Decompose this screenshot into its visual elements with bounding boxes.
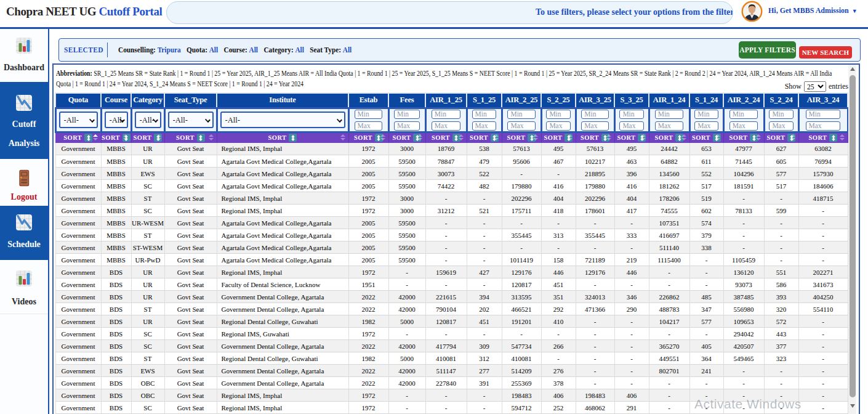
page-length-select[interactable]: 25 — [804, 81, 826, 92]
sort-cell-air_3_25[interactable]: SORT — [576, 132, 614, 143]
max-filter-input-air_2_24[interactable] — [729, 121, 758, 131]
cell-course: BDS — [101, 365, 131, 377]
max-filter-input-air_3_24[interactable] — [806, 121, 841, 131]
sort-cell-air_3_24[interactable]: SORT — [798, 132, 848, 143]
user-avatar[interactable] — [741, 1, 763, 22]
cell-air_3_24: 554110 — [798, 303, 848, 315]
max-filter-input-s_2_25[interactable] — [546, 121, 570, 131]
cell-air_3_24: - — [798, 217, 848, 229]
sort-cell-s_2_24[interactable]: SORT — [764, 132, 798, 143]
cell-air_1_25: 410081 — [425, 352, 467, 365]
selected-filter-category: Category:All — [263, 46, 303, 55]
table-row: GovernmentBDSSTGovt SeatGovernment Denta… — [55, 303, 848, 315]
sort-asc-icon — [641, 134, 646, 137]
sort-cell-s_1_25[interactable]: SORT — [467, 132, 502, 143]
column-filter-select-category[interactable]: -All- — [135, 112, 161, 128]
sidebar-item-logout[interactable]: Logout — [0, 159, 48, 206]
vertical-scrollbar[interactable] — [848, 65, 856, 414]
cell-quota: Government — [55, 389, 101, 402]
sort-cell-air_2_24[interactable]: SORT — [723, 132, 764, 143]
sort-cell-quota[interactable]: SORT — [55, 132, 101, 143]
cell-seat_type: Govt Seat — [164, 217, 217, 229]
top-header: Chopra NEET UG Cutoff Portal To use filt… — [0, 0, 868, 29]
cell-air_1_24: 134560 — [649, 168, 689, 180]
sort-cell-seat_type[interactable]: SORT — [164, 132, 217, 143]
sidebar-item-dashboard[interactable]: Dashboard — [0, 29, 48, 82]
sidebar-item-label-2: Analysis — [9, 139, 40, 148]
cell-category: UR — [131, 291, 164, 303]
min-filter-input-air_2_24[interactable] — [729, 110, 758, 119]
sidebar-item-videos[interactable]: Videos — [0, 260, 48, 314]
min-filter-input-air_3_24[interactable] — [806, 110, 841, 119]
cell-institute: Regional IMS, Imphal — [217, 402, 348, 414]
max-filter-input-air_1_24[interactable] — [655, 121, 684, 131]
min-filter-input-air_1_25[interactable] — [432, 110, 460, 119]
sort-cell-course[interactable]: SORT — [101, 132, 131, 143]
cell-s_2_25: 418 — [541, 205, 576, 217]
max-filter-input-s_1_25[interactable] — [472, 121, 497, 131]
max-filter-input-estab[interactable] — [355, 121, 383, 131]
sort-cell-institute[interactable]: SORT — [217, 132, 348, 143]
scrollbar-thumb[interactable] — [850, 75, 856, 397]
new-search-button[interactable]: NEW SEARCH — [799, 46, 852, 59]
max-filter-input-s_1_24[interactable] — [694, 121, 718, 131]
sort-label: SORT — [655, 134, 673, 142]
sort-desc-icon — [123, 138, 128, 140]
sort-label: SORT — [692, 134, 710, 142]
column-filter-select-institute[interactable]: -All- — [220, 112, 345, 128]
sort-carets — [533, 134, 538, 140]
apply-filters-button[interactable]: APPLY FILTERS — [739, 41, 796, 59]
min-filter-input-s_3_25[interactable] — [619, 110, 643, 119]
sort-cell-estab[interactable]: SORT — [348, 132, 388, 143]
scroll-down-button[interactable] — [848, 402, 856, 410]
max-filter-input-air_1_25[interactable] — [432, 121, 460, 131]
sort-cell-s_3_25[interactable]: SORT — [614, 132, 649, 143]
min-filter-input-s_2_24[interactable] — [769, 110, 793, 119]
min-filter-input-estab[interactable] — [355, 110, 383, 119]
sort-cell-fees[interactable]: SORT — [388, 132, 425, 143]
cell-s_2_25: 276 — [541, 365, 576, 377]
cell-air_2_25: 466521 — [502, 303, 541, 315]
user-menu[interactable]: Hi, Get MBBS Admission▼ — [768, 6, 858, 15]
cell-s_1_24: 364 — [689, 352, 723, 365]
cell-seat_type: Govt Seat — [164, 229, 217, 242]
max-filter-input-s_3_25[interactable] — [619, 121, 643, 131]
cell-air_1_24: - — [649, 377, 689, 389]
cell-s_2_24: 443 — [764, 328, 798, 340]
sort-cell-air_1_24[interactable]: SORT — [649, 132, 689, 143]
sort-cell-category[interactable]: SORT — [131, 132, 164, 143]
min-filter-input-air_2_25[interactable] — [507, 110, 535, 119]
cell-air_3_24: 63082 — [798, 143, 848, 155]
sort-cell-air_1_25[interactable]: SORT — [425, 132, 467, 143]
min-filter-input-s_1_25[interactable] — [472, 110, 497, 119]
show-entries-suffix: entries — [829, 82, 848, 91]
sidebar-item-cutoff-analysis[interactable]: Cutoff Analysis — [0, 82, 48, 159]
cell-institute: Agartala Govt Medical College,Agartala — [217, 180, 348, 192]
sort-cell-s_1_24[interactable]: SORT — [689, 132, 723, 143]
cell-s_2_25: 313 — [541, 229, 576, 242]
sort-cell-s_2_25[interactable]: SORT — [541, 132, 576, 143]
scroll-up-button[interactable] — [848, 65, 856, 73]
min-filter-input-s_1_24[interactable] — [694, 110, 718, 119]
min-filter-input-air_3_25[interactable] — [581, 110, 608, 119]
min-filter-input-air_1_24[interactable] — [655, 110, 684, 119]
cell-air_2_24: - — [723, 365, 764, 377]
max-filter-input-fees[interactable] — [394, 121, 420, 131]
max-filter-input-air_3_25[interactable] — [581, 121, 608, 131]
sidebar-item-schedule[interactable]: Schedule — [0, 206, 48, 260]
min-filter-input-fees[interactable] — [394, 110, 420, 119]
min-filter-input-s_2_25[interactable] — [546, 110, 570, 119]
sort-arrows-icon — [197, 134, 205, 142]
column-filter-select-quota[interactable]: -All- — [59, 112, 98, 128]
cell-air_2_24: 387485 — [723, 291, 764, 303]
max-filter-input-air_2_25[interactable] — [507, 121, 535, 131]
cell-fees: 42000 — [388, 377, 425, 389]
column-filter-select-course[interactable]: -All- — [105, 112, 128, 128]
cell-air_1_24: 64882 — [649, 155, 689, 168]
column-header-s_2_25: S_2_25 — [541, 93, 576, 108]
cell-s_2_25: 266 — [541, 340, 576, 352]
max-filter-input-s_2_24[interactable] — [769, 121, 793, 131]
column-filter-select-seat_type[interactable]: -All- — [168, 112, 214, 128]
sort-cell-air_2_25[interactable]: SORT — [502, 132, 541, 143]
cell-s_2_24: - — [764, 242, 798, 254]
